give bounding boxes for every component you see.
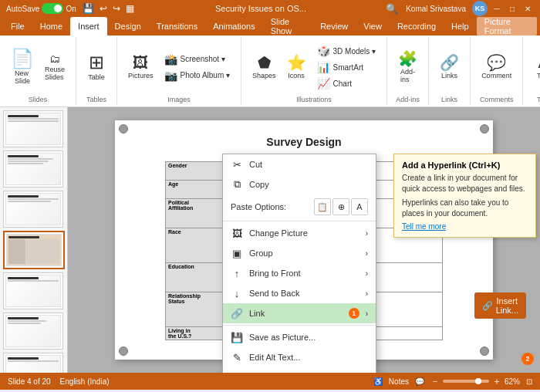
form-icon[interactable]: ▦ (124, 2, 136, 15)
table-btn[interactable]: ⊞ Table (83, 51, 110, 83)
zoom-in-btn[interactable]: ＋ (492, 375, 501, 388)
photo-album-btn[interactable]: 📷 Photo Album ▾ (161, 68, 233, 83)
tab-review[interactable]: Review (312, 17, 356, 35)
autosave-control[interactable]: AutoSave On (6, 3, 76, 14)
ctx-bring-front[interactable]: ↑ Bring to Front › (223, 263, 376, 283)
copy-icon: ⧉ (231, 178, 243, 191)
addins-btn[interactable]: 🧩 Add-ins (393, 49, 422, 86)
slide-6-line-1 (8, 317, 39, 319)
context-menu: ✂ Cut ⧉ Copy Paste Options: 📋 ⊕ A 🖼 Chan… (222, 154, 376, 373)
slide-2-thumb[interactable] (3, 150, 63, 188)
chart-label: Chart (333, 79, 352, 88)
slides-items: 📄 NewSlide 🗂 ReuseSlides (5, 39, 71, 94)
shapes-label: Shapes (252, 72, 276, 79)
slide-3-thumb[interactable] (3, 191, 63, 228)
tab-slideshow[interactable]: Slide Show (263, 17, 313, 35)
group-links: 🔗 Links Links (429, 37, 471, 105)
slide-1-thumb[interactable] (3, 110, 63, 147)
comments-status-btn[interactable]: 💬 (415, 377, 424, 386)
redo-icon[interactable]: ↪ (111, 2, 122, 15)
chart-btn[interactable]: 📈 Chart (314, 76, 380, 91)
slide-6-thumb[interactable] (3, 313, 63, 350)
paste-opt-3[interactable]: A (351, 198, 368, 215)
ctx-send-back[interactable]: ↓ Send to Back › (223, 283, 376, 303)
smartart-btn[interactable]: 📊 SmartArt (314, 59, 380, 75)
tab-view[interactable]: View (356, 17, 390, 35)
ctx-edit-alt[interactable]: ✎ Edit Alt Text... (223, 347, 376, 367)
slide-1-line-2 (8, 118, 59, 120)
comment-btn[interactable]: 💬 Comment (477, 52, 516, 82)
comment-icon: 💬 (487, 55, 506, 70)
addins-icon: 🧩 (398, 51, 417, 66)
insert-link-btn[interactable]: 🔗 Insert Link... (474, 292, 526, 319)
text-label: Text (537, 72, 540, 79)
3d-models-btn[interactable]: 🎲 3D Models ▾ (314, 43, 380, 59)
reuse-slides-btn[interactable]: 🗂 ReuseSlides (40, 51, 69, 83)
zoom-control: － ＋ 62% (430, 375, 520, 388)
accessibility-icon[interactable]: ♿ (373, 377, 383, 386)
tooltip-link[interactable]: Tell me more (402, 222, 446, 231)
search-icon[interactable]: 🔍 (386, 3, 398, 15)
ctx-group[interactable]: ▣ Group › (223, 243, 376, 263)
slide-5-thumb[interactable] (3, 272, 63, 309)
slide-3-img (5, 193, 61, 225)
notes-btn[interactable]: Notes (389, 377, 409, 386)
minimize-btn[interactable]: ─ (491, 2, 503, 15)
icons-btn[interactable]: ⭐ Icons (282, 52, 311, 82)
slide-7-line-2 (8, 360, 59, 362)
ctx-save-picture[interactable]: 💾 Save as Picture... (223, 327, 376, 347)
slide-4-thumb[interactable] (3, 231, 65, 269)
slide-3-line-1 (8, 195, 39, 198)
tab-insert[interactable]: Insert (70, 17, 107, 35)
links-btn[interactable]: 🔗 Links (435, 52, 464, 82)
group-illustrations: ⬟ Shapes ⭐ Icons 🎲 3D Models ▾ 📊 SmartAr… (241, 37, 387, 105)
ctx-size-position[interactable]: ⤢ Size and Position... (223, 367, 376, 373)
autosave-toggle[interactable] (42, 3, 63, 14)
paste-opt-2[interactable]: ⊕ (332, 198, 349, 215)
ctx-bring-front-label: Bring to Front (249, 269, 359, 278)
shapes-btn[interactable]: ⬟ Shapes (248, 52, 281, 82)
slide-7-container: 7 (3, 353, 64, 373)
tab-help[interactable]: Help (444, 17, 477, 35)
language-info: English (India) (60, 377, 110, 386)
tab-recording[interactable]: Recording (390, 17, 444, 35)
close-btn[interactable]: ✕ (521, 2, 534, 15)
text-btn[interactable]: A Text (529, 52, 540, 82)
new-slide-btn[interactable]: 📄 NewSlide (6, 47, 39, 87)
slide-4-container: 4 (3, 231, 64, 269)
maximize-btn[interactable]: □ (506, 2, 518, 15)
tab-file[interactable]: File (3, 17, 32, 35)
slide-2-line-3 (8, 161, 49, 162)
zoom-out-btn[interactable]: － (430, 375, 440, 388)
undo-icon[interactable]: ↩ (98, 2, 109, 15)
paste-opt-1[interactable]: 📋 (314, 198, 331, 215)
save-icon[interactable]: 💾 (81, 2, 96, 15)
text-group-label: Text (537, 94, 540, 103)
zoom-thumb (475, 378, 481, 384)
zoom-slider[interactable] (443, 380, 489, 383)
ctx-link-label: Link (249, 309, 343, 318)
fit-to-window-btn[interactable]: ⊡ (526, 377, 532, 386)
tooltip-text-2: Hyperlinks can also take you to places i… (402, 198, 528, 219)
slide-6-line-3 (8, 323, 41, 324)
slide-7-thumb[interactable] (3, 353, 63, 373)
ctx-cut[interactable]: ✂ Cut (223, 154, 376, 174)
tab-picture-format[interactable]: Picture Format (477, 17, 537, 35)
comment-label: Comment (481, 72, 511, 79)
ctx-link[interactable]: 🔗 Link 1 › (223, 303, 376, 323)
group-arrow: › (366, 249, 368, 258)
screenshot-label: Screenshot ▾ (181, 55, 225, 63)
links-items: 🔗 Links (434, 39, 465, 94)
screenshot-btn[interactable]: 📸 Screenshot ▾ (161, 52, 233, 67)
pictures-btn[interactable]: 🖼 Pictures (123, 52, 158, 82)
ctx-change-picture[interactable]: 🖼 Change Picture › (223, 223, 376, 243)
tab-design[interactable]: Design (107, 17, 149, 35)
illust-small-btns: 🎲 3D Models ▾ 📊 SmartArt 📈 Chart (312, 42, 381, 93)
ctx-copy[interactable]: ⧉ Copy (223, 174, 376, 194)
user-avatar[interactable]: KS (472, 1, 488, 16)
tab-home[interactable]: Home (32, 17, 70, 35)
ctx-copy-label: Copy (249, 180, 368, 189)
tab-animations[interactable]: Animations (205, 17, 262, 35)
tab-transitions[interactable]: Transitions (149, 17, 205, 35)
slide-6-container: 6 (3, 313, 64, 350)
